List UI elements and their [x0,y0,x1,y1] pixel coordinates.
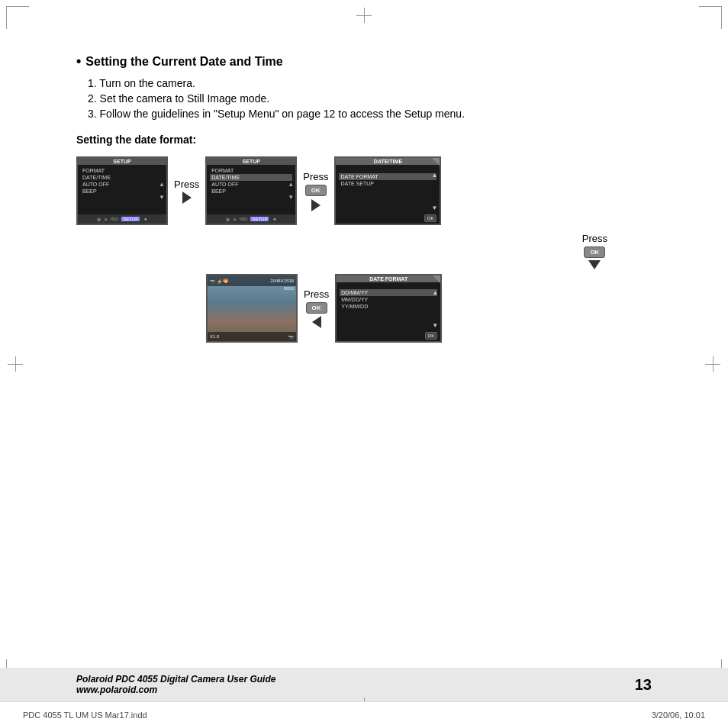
main-content: • Setting the Current Date and Time 1. T… [76,53,652,343]
screen-bottom-2: ✿☀ISOSETUP◄ [207,214,295,224]
menu-autooff-2: AUTO OFF [210,181,292,188]
section-title: • Setting the Current Date and Time [76,53,652,69]
press-label-1: Press [174,179,199,190]
screen-photo: 📷 ⚡ 🌄 2048X1536 0016 X1.0 📷 [206,274,298,343]
flow-right-2 [311,199,321,211]
step-1: 1. Turn on the camera. [88,77,652,89]
screen-nav-2: ▲ ▼ [288,181,294,201]
vertical-ok-btn: OK [584,246,605,258]
screen-header-2: SETUP [207,158,295,165]
left-arrow-triangle [312,316,321,328]
arrow-triangle-1 [182,192,192,204]
menu-dateformat: DATE FORMAT [339,173,436,180]
photo-icon-1: 📷 ⚡ 🌄 [210,279,228,284]
meta-left: PDC 4055 TL UM US Mar17.indd [23,710,147,720]
title-text: Setting the Current Date and Time [85,55,282,69]
screen-ok-4: OK [425,332,438,340]
down-arrow-triangle [588,260,601,269]
screen-menu-2: FORMAT DATE/TIME AUTO OFF BEEP [207,165,295,197]
menu-datesetup: DATE SETUP [339,180,436,187]
photo-bottom-bar: X1.0 📷 [208,332,296,341]
screen-side-nav-3: ▲ ▼ [432,172,438,211]
crosshair-top [356,8,372,23]
ok-button-1: OK [305,185,327,196]
vertical-press-label: Press [582,233,607,244]
screen-datetime: DATE/TIME DATE FORMAT DATE SETUP ▲ ▼ OK [334,156,441,225]
arrow-triangle-2 [311,199,321,211]
photo-top-bar: 📷 ⚡ 🌄 2048X1536 [208,275,296,286]
press-ok-group-1: Press OK [303,171,328,211]
photo-zoom: X1.0 [210,334,219,339]
step-2: 2. Set the camera to Still Image mode. [88,92,652,105]
screen-nav-1: ▲ ▼ [159,181,165,201]
press-arrow-1: Press [174,179,199,204]
screen-ok-3: OK [424,214,437,222]
press-label-3: Press [304,288,329,300]
ok-button-2: OK [306,302,327,314]
footer-line2: www.polaroid.com [76,685,275,695]
press-label-2: Press [303,171,328,182]
screen-header-1: SETUP [78,158,166,165]
screen-menu-3: DATE FORMAT DATE SETUP [336,171,440,189]
menu-format-2: FORMAT [210,167,292,174]
diagram-row-1: SETUP FORMAT DATE/TIME AUTO OFF BEEP ▲ ▼… [76,156,652,225]
screen-setup-2: SETUP FORMAT DATE/TIME AUTO OFF BEEP ▲ ▼… [205,156,297,225]
photo-icon-2: 📷 [288,334,294,340]
diagram-row-2: 📷 ⚡ 🌄 2048X1536 0016 X1.0 📷 Press OK DAT… [76,274,652,343]
photo-preview: 📷 ⚡ 🌄 2048X1536 0016 X1.0 📷 [208,275,296,341]
screen-header-4: DATE FORMAT [337,275,440,282]
corner-indicator-3 [432,158,440,166]
menu-mmddyy: MM/DD/YY [340,296,437,303]
screen-bottom-1: ✿☀ISOSETUP◄ [78,214,166,224]
meta-bar: PDC 4055 TL UM US Mar17.indd 3/20/06, 10… [0,701,728,728]
screen-menu-1: FORMAT DATE/TIME AUTO OFF BEEP [78,165,166,197]
vertical-press-group: Press OK [582,233,607,269]
corner-indicator-4 [433,275,440,283]
menu-ddmmyy: DD/MM/YY [340,289,437,296]
menu-yymmdd: YY/MM/DD [340,303,437,310]
screen-header-3: DATE/TIME [336,158,440,165]
flow-right-1 [182,192,192,204]
step-3: 3. Follow the guidelines in "Setup Menu"… [88,108,652,120]
sub-heading: Setting the date format: [76,134,652,146]
press-ok-group-2: Press OK [304,288,329,328]
crosshair-left [8,356,23,372]
screen-side-nav-4: ▲ ▼ [432,289,438,329]
menu-format-1: FORMAT [81,167,163,174]
screen-menu-4: DD/MM/YY MM/DD/YY YY/MM/DD [337,287,440,312]
corner-mark-tr [699,6,722,29]
menu-datetime-2: DATE/TIME [210,174,292,181]
footer: Polaroid PDC 4055 Digital Camera User Gu… [0,668,728,701]
footer-page-number: 13 [635,676,652,694]
screen-setup-1: SETUP FORMAT DATE/TIME AUTO OFF BEEP ▲ ▼… [76,156,168,225]
menu-autooff-1: AUTO OFF [81,181,163,188]
vertical-arrow-section: Press OK [76,233,652,269]
press-left-group: Press OK [304,288,329,328]
meta-right: 3/20/06, 10:01 [652,710,705,720]
steps-list: 1. Turn on the camera. 2. Set the camera… [88,77,652,120]
footer-line1: Polaroid PDC 4055 Digital Camera User Gu… [76,674,275,685]
footer-text: Polaroid PDC 4055 Digital Camera User Gu… [76,674,275,695]
corner-mark-tl [6,6,29,29]
menu-datetime-1: DATE/TIME [81,174,163,181]
crosshair-right [705,356,720,372]
menu-beep-1: BEEP [81,188,163,195]
menu-beep-2: BEEP [210,188,292,195]
bullet-dot: • [76,53,81,69]
screen-dateformat: DATE FORMAT DD/MM/YY MM/DD/YY YY/MM/DD ▲… [335,274,442,343]
photo-count: 0016 [284,286,294,291]
photo-res: 2048X1536 [270,279,294,283]
